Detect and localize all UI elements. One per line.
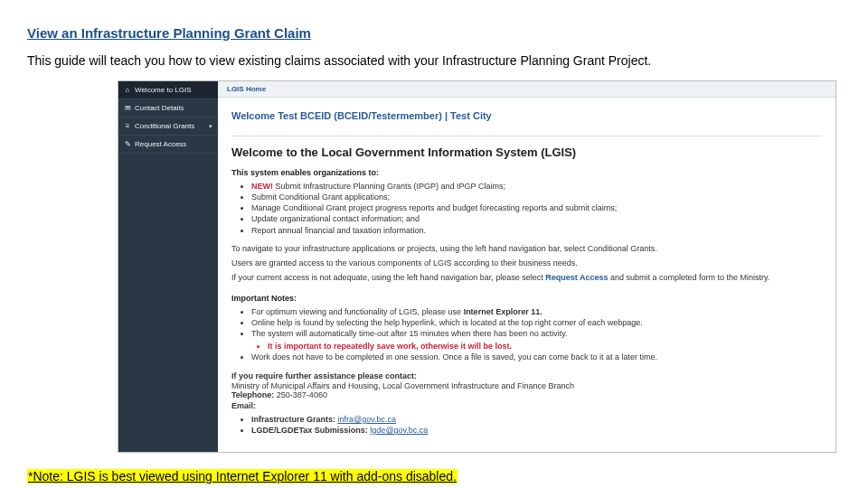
pencil-icon: ✎ [124,140,131,148]
list-icon: ≡ [124,122,131,130]
list-item: LGDE/LGDETax Submissions: lgde@gov.bc.ca [251,425,822,436]
list-item: Update organizational contact informatio… [251,213,822,224]
request-access-link[interactable]: Request Access [545,273,608,282]
guide-title: View an Infrastructure Planning Grant Cl… [27,25,841,41]
main-pane: LGIS Home Welcome Test BCEID (BCEID/Test… [218,81,835,452]
access-paragraph: Users are granted access to the various … [231,258,822,268]
sidebar-item-contact-details[interactable]: ✉ Contact Details [118,99,218,117]
divider [231,136,822,136]
home-icon: ⌂ [124,86,131,94]
important-notes-list: For optimum viewing and functionality of… [231,306,822,362]
important-notes-heading: Important Notes: [231,294,822,303]
content-body: Welcome Test BCEID (BCEID/Testermember) … [218,98,835,452]
new-flag: NEW! [251,182,273,191]
chevron-down-icon: ▾ [209,123,212,130]
sidebar-item-welcome[interactable]: ⌂ Welcome to LGIS [118,81,218,99]
welcome-user-line: Welcome Test BCEID (BCEID/Testermember) … [231,110,822,121]
guide-intro-text: This guide will teach you how to view ex… [27,53,841,68]
enables-list: NEW! Submit Infrastructure Planning Gran… [231,181,822,236]
browser-name: Internet Explorer 11. [464,307,542,316]
sidebar-item-conditional-grants[interactable]: ≡ Conditional Grants ▾ [118,117,218,136]
list-item: Submit Conditional Grant applications; [251,192,822,202]
text-span: and submit a completed form to the Minis… [608,273,769,282]
footer-note: *Note: LGIS is best viewed using Interne… [27,469,458,483]
list-item: Report annual financial and taxation inf… [251,225,822,236]
contact-block: If you require further assistance please… [231,371,822,436]
list-item: NEW! Submit Infrastructure Planning Gran… [251,181,822,192]
email-category: LGDE/LGDETax Submissions: [251,426,370,435]
sidebar: ⌂ Welcome to LGIS ✉ Contact Details ≡ Co… [118,81,218,452]
save-warning: It is important to repeatedly save work,… [268,341,822,352]
list-item: For optimum viewing and functionality of… [251,306,822,317]
sidebar-item-label: Conditional Grants [135,122,194,130]
enables-heading: This system enables organizations to: [231,168,822,177]
email-list: Infrastructure Grants: infra@gov.bc.ca L… [231,414,822,436]
contact-ministry: Ministry of Municipal Affairs and Housin… [231,381,822,390]
phone-number: 250-387-4060 [274,390,327,399]
sidebar-item-request-access[interactable]: ✎ Request Access [118,136,218,154]
sidebar-item-label: Contact Details [135,104,184,112]
contact-phone-line: Telephone: 250-387-4060 [231,390,822,399]
text-span: If your current access is not adequate, … [231,273,545,282]
lgde-email-link[interactable]: lgde@gov.bc.ca [370,426,428,435]
lgis-screenshot: ⌂ Welcome to LGIS ✉ Contact Details ≡ Co… [118,80,836,453]
sidebar-item-label: Welcome to LGIS [135,86,192,94]
list-item: Work does not have to be completed in on… [251,352,822,362]
contact-heading: If you require further assistance please… [231,371,822,380]
request-access-paragraph: If your current access is not adequate, … [231,272,822,283]
email-label: Email: [231,401,256,410]
sidebar-item-label: Request Access [135,140,186,148]
text-span: The system will automatically time-out a… [251,329,568,338]
list-item: Manage Conditional Grant project progres… [251,202,822,213]
breadcrumb: LGIS Home [218,81,835,98]
mail-icon: ✉ [124,104,131,112]
list-item: The system will automatically time-out a… [251,328,822,351]
list-item: Online help is found by selecting the he… [251,317,822,328]
infra-email-link[interactable]: infra@gov.bc.ca [338,415,397,424]
list-item: Infrastructure Grants: infra@gov.bc.ca [251,414,822,425]
email-category: Infrastructure Grants: [251,415,338,424]
nav-paragraph: To navigate to your infrastructure appli… [231,243,822,254]
phone-label: Telephone: [231,390,274,399]
text-span: For optimum viewing and functionality of… [251,307,464,316]
list-item-text: Submit Infrastructure Planning Grants (I… [273,182,505,191]
welcome-system-heading: Welcome to the Local Government Informat… [231,145,822,159]
